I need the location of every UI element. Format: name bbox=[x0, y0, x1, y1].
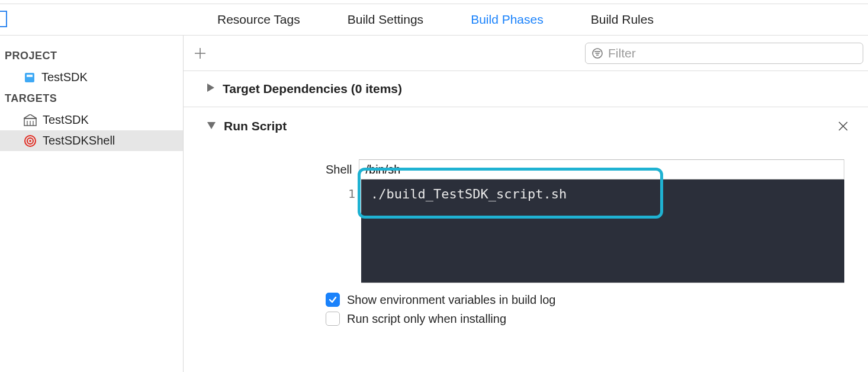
phase-run-script[interactable]: Run Script bbox=[184, 107, 868, 145]
sidebar-target-testsdk[interactable]: TestSDK bbox=[0, 110, 183, 130]
script-text: ./build_TestSDK_script.sh bbox=[371, 187, 567, 201]
disclosure-triangle-icon bbox=[207, 84, 214, 94]
framework-icon bbox=[24, 114, 37, 126]
phase-title: Target Dependencies (0 items) bbox=[223, 82, 402, 96]
tab-build-rules[interactable]: Build Rules bbox=[591, 12, 654, 27]
phase-target-dependencies[interactable]: Target Dependencies (0 items) bbox=[184, 71, 868, 107]
svg-marker-16 bbox=[207, 84, 214, 92]
add-phase-button[interactable] bbox=[188, 41, 212, 65]
shell-label: Shell bbox=[326, 163, 352, 177]
shell-input[interactable] bbox=[359, 159, 844, 179]
project-sidebar: PROJECT TestSDK TARGETS TestSDK TestSDKS… bbox=[0, 36, 184, 372]
sidebar-project-item[interactable]: TestSDK bbox=[0, 67, 183, 88]
tab-resource-tags[interactable]: Resource Tags bbox=[217, 12, 300, 27]
tab-build-settings[interactable]: Build Settings bbox=[348, 12, 423, 27]
main-panel: Target Dependencies (0 items) Run Script… bbox=[184, 36, 868, 372]
sidebar-target-label: TestSDKShell bbox=[43, 134, 115, 147]
editor-tabbar: Resource Tags Build Settings Build Phase… bbox=[0, 4, 868, 36]
filter-field-wrap[interactable] bbox=[585, 43, 863, 64]
svg-rect-1 bbox=[27, 75, 33, 77]
sidebar-target-label: TestSDK bbox=[43, 113, 89, 127]
script-editor[interactable]: 1 ./build_TestSDK_script.sh bbox=[361, 179, 844, 283]
run-only-install-label: Run script only when installing bbox=[347, 312, 506, 326]
filter-input[interactable] bbox=[608, 46, 857, 60]
tab-build-phases[interactable]: Build Phases bbox=[471, 12, 544, 27]
run-only-install-checkbox[interactable] bbox=[326, 312, 340, 326]
run-script-body: Shell 1 ./build_TestSDK_script.sh Show e… bbox=[184, 145, 868, 329]
line-number: 1 bbox=[348, 187, 355, 201]
phase-title: Run Script bbox=[224, 119, 287, 133]
shell-row: Shell bbox=[326, 159, 844, 179]
run-only-install-checkbox-row[interactable]: Run script only when installing bbox=[326, 310, 844, 329]
show-env-checkbox[interactable] bbox=[326, 293, 340, 307]
disclosure-triangle-icon bbox=[207, 121, 216, 132]
sidebar-targets-header: TARGETS bbox=[0, 88, 183, 110]
svg-marker-17 bbox=[207, 122, 216, 129]
svg-point-9 bbox=[29, 140, 31, 142]
sidebar-project-label: TestSDK bbox=[41, 70, 88, 84]
sidebar-project-header: PROJECT bbox=[0, 45, 183, 67]
phases-toolbar bbox=[184, 36, 868, 71]
show-env-checkbox-row[interactable]: Show environment variables in build log bbox=[326, 283, 844, 310]
sidebar-target-testsdkshell[interactable]: TestSDKShell bbox=[0, 130, 183, 151]
app-icon bbox=[24, 72, 36, 84]
svg-rect-0 bbox=[25, 73, 34, 82]
remove-phase-button[interactable] bbox=[835, 118, 851, 134]
aggregate-target-icon bbox=[24, 134, 37, 147]
show-env-label: Show environment variables in build log bbox=[347, 293, 555, 307]
filter-icon bbox=[591, 47, 603, 59]
svg-marker-3 bbox=[24, 114, 37, 118]
